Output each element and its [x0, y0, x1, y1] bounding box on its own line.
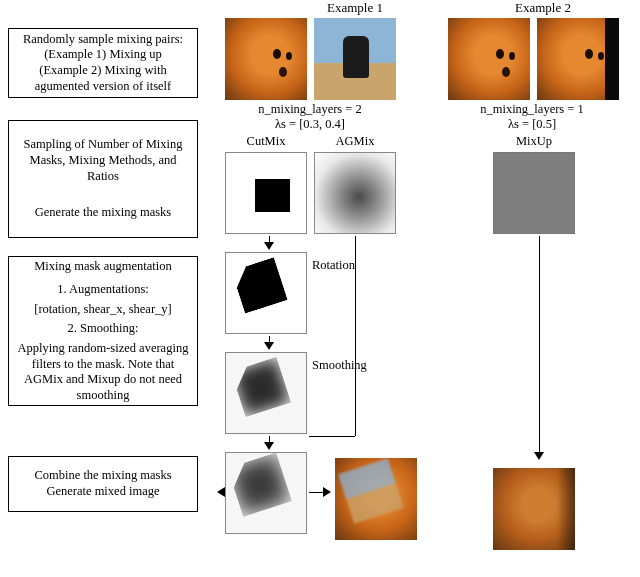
step3-box: Mixing mask augmentation 1. Augmentation…: [8, 256, 198, 406]
step3-l4: Applying random-sized averaging filters …: [17, 341, 189, 404]
method-cutmix: CutMix: [225, 134, 307, 149]
step2-text-a: Sampling of Number of Mixing Masks, Mixi…: [17, 137, 189, 184]
step1-box: Randomly sample mixing pairs: (Example 1…: [8, 28, 198, 98]
arrow-down-icon: [264, 342, 274, 350]
step3-l3: 2. Smoothing:: [17, 321, 189, 337]
arrow-down-icon: [264, 442, 274, 450]
ex2-source-image-b: [537, 18, 619, 100]
step2-text-b: Generate the mixing masks: [17, 205, 189, 221]
mask-rotated: [225, 252, 307, 334]
arrow-segment-icon: [309, 436, 355, 437]
mask-mixup: [493, 152, 575, 234]
result-image-ex1: [335, 458, 417, 540]
method-mixup: MixUp: [493, 134, 575, 149]
ex1-source-image-b: [314, 18, 396, 100]
method-agmix: AGMix: [314, 134, 396, 149]
arrow-down-icon: [534, 452, 544, 460]
result-image-ex2: [493, 468, 575, 550]
mask-combined: [225, 452, 307, 534]
ex2-lambdas: λs = [0.5]: [442, 117, 622, 132]
col-header-example1: Example 1: [290, 0, 420, 16]
step3-l1: 1. Augmentations:: [17, 282, 189, 298]
arrow-shaft-icon: [355, 236, 356, 436]
mask-smoothed: [225, 352, 307, 434]
step4-a: Combine the mixing masks: [17, 468, 189, 484]
arrow-left-icon: [217, 487, 225, 497]
ex2-source-image-a: [448, 18, 530, 100]
ex1-source-image-a: [225, 18, 307, 100]
ex1-lambdas: λs = [0.3, 0.4]: [220, 117, 400, 132]
step4-box: Combine the mixing masks Generate mixed …: [8, 456, 198, 512]
ex2-nlayers: n_mixing_layers = 1: [442, 102, 622, 117]
step4-b: Generate mixed image: [17, 484, 189, 500]
arrow-right-icon: [323, 487, 331, 497]
col-header-example2: Example 2: [478, 0, 608, 16]
step2-box: Sampling of Number of Mixing Masks, Mixi…: [8, 120, 198, 238]
mask-cutmix: [225, 152, 307, 234]
step3-title: Mixing mask augmentation: [17, 259, 189, 275]
ex1-nlayers: n_mixing_layers = 2: [220, 102, 400, 117]
arrow-shaft-icon: [539, 236, 540, 452]
arrow-down-icon: [264, 242, 274, 250]
step3-l2: [rotation, shear_x, shear_y]: [17, 302, 189, 318]
mask-agmix: [314, 152, 396, 234]
op-smoothing: Smoothing: [312, 358, 384, 373]
op-rotation: Rotation: [312, 258, 372, 273]
